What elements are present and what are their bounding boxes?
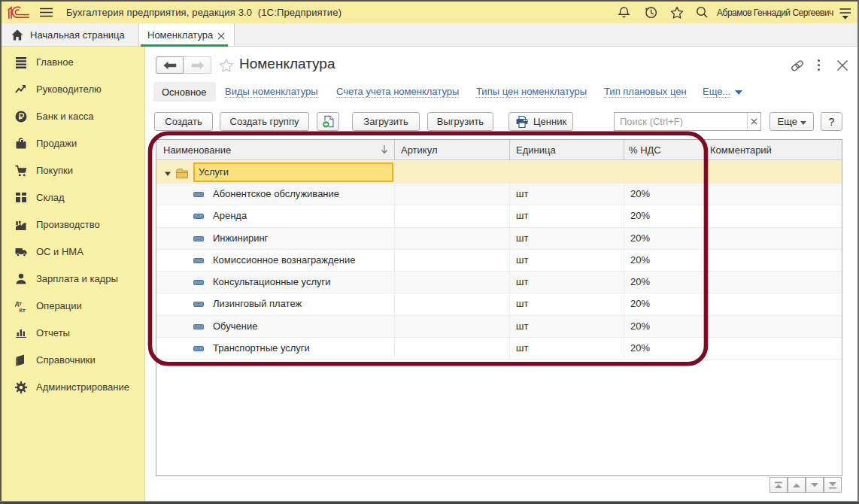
svg-text:Кт: Кт xyxy=(20,307,26,313)
